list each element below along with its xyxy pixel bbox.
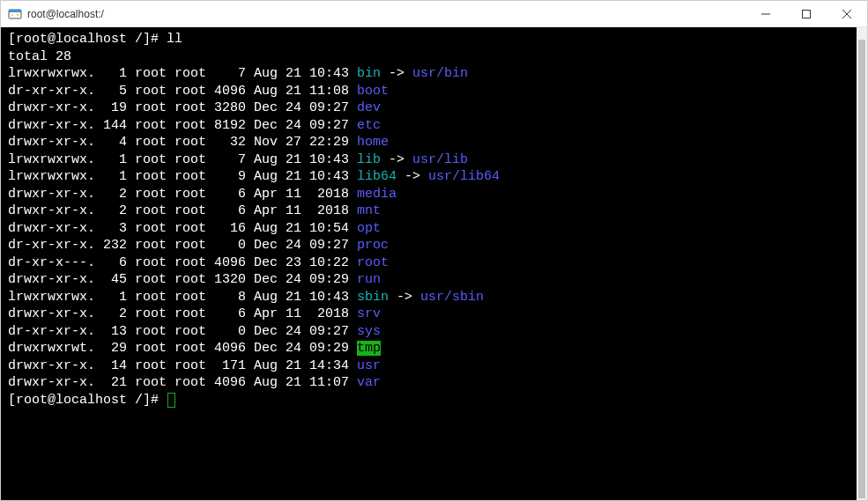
link-target: usr/lib64: [428, 169, 500, 184]
file-name: sbin: [357, 290, 389, 305]
file-name: tmp: [357, 341, 381, 356]
listing-row: drwxr-xr-x. 21 root root 4096 Aug 21 11:…: [8, 374, 860, 392]
listing-row: dr-xr-x---. 6 root root 4096 Dec 23 10:2…: [8, 254, 860, 272]
svg-rect-5: [803, 10, 811, 18]
listing-row: lrwxrwxrwx. 1 root root 7 Aug 21 10:43 l…: [8, 151, 860, 169]
svg-point-2: [11, 14, 13, 16]
file-name: lib: [357, 152, 381, 167]
prompt-line: [root@localhost /]# ll: [8, 31, 860, 48]
window-title: root@localhost:/: [27, 8, 746, 20]
file-name: sys: [357, 324, 381, 339]
file-name: etc: [357, 118, 381, 133]
file-name: lib64: [357, 169, 397, 184]
listing-row: drwxr-xr-x. 4 root root 32 Nov 27 22:29 …: [8, 134, 860, 151]
listing-row: dr-xr-xr-x. 232 root root 0 Dec 24 09:27…: [8, 237, 860, 254]
file-name: mnt: [357, 203, 381, 218]
file-name: dev: [357, 100, 381, 115]
scrollbar-thumb[interactable]: [858, 40, 865, 498]
listing-row: drwxr-xr-x. 3 root root 16 Aug 21 10:54 …: [8, 220, 860, 238]
listing-row: drwxr-xr-x. 19 root root 3280 Dec 24 09:…: [8, 99, 860, 117]
file-name: run: [357, 272, 381, 287]
listing-row: drwxr-xr-x. 45 root root 1320 Dec 24 09:…: [8, 271, 860, 289]
listing-row: drwxr-xr-x. 2 root root 6 Apr 11 2018 mn…: [8, 203, 860, 220]
file-name: var: [357, 375, 381, 390]
link-target: usr/lib: [412, 152, 468, 167]
file-name: boot: [357, 84, 389, 99]
close-button[interactable]: [827, 1, 867, 26]
file-name: proc: [357, 238, 389, 253]
link-target: usr/sbin: [420, 290, 484, 305]
listing-row: dr-xr-xr-x. 13 root root 0 Dec 24 09:27 …: [8, 323, 860, 341]
svg-rect-1: [9, 10, 21, 12]
cursor: [167, 393, 175, 408]
file-name: home: [357, 135, 389, 150]
listing-row: lrwxrwxrwx. 1 root root 7 Aug 21 10:43 b…: [8, 65, 860, 83]
listing-row: lrwxrwxrwx. 1 root root 9 Aug 21 10:43 l…: [8, 168, 860, 186]
listing-row: drwxr-xr-x. 2 root root 6 Apr 11 2018 me…: [8, 186, 860, 203]
terminal-area[interactable]: [root@localhost /]# lltotal 28lrwxrwxrwx…: [1, 27, 867, 500]
file-name: srv: [357, 306, 381, 321]
file-name: usr: [357, 358, 381, 373]
app-icon: [8, 7, 22, 21]
total-line: total 28: [8, 48, 860, 66]
listing-row: drwxrwxrwt. 29 root root 4096 Dec 24 09:…: [8, 340, 860, 357]
file-name: root: [357, 255, 389, 270]
maximize-button[interactable]: [786, 1, 827, 26]
listing-row: drwxr-xr-x. 144 root root 8192 Dec 24 09…: [8, 117, 860, 135]
window-controls: [746, 1, 867, 26]
window-titlebar[interactable]: root@localhost:/: [1, 1, 867, 27]
file-name: bin: [357, 66, 381, 81]
link-target: usr/bin: [412, 66, 468, 81]
file-name: opt: [357, 221, 381, 236]
prompt-line-empty: [root@localhost /]#: [8, 392, 860, 409]
listing-row: dr-xr-xr-x. 5 root root 4096 Aug 21 11:0…: [8, 83, 860, 100]
file-name: media: [357, 187, 397, 202]
listing-row: drwxr-xr-x. 14 root root 171 Aug 21 14:3…: [8, 357, 860, 375]
terminal-scrollbar[interactable]: [857, 27, 867, 500]
listing-row: drwxr-xr-x. 2 root root 6 Apr 11 2018 sr…: [8, 306, 860, 323]
minimize-button[interactable]: [746, 1, 786, 26]
svg-point-3: [17, 14, 19, 16]
listing-row: lrwxrwxrwx. 1 root root 8 Aug 21 10:43 s…: [8, 289, 860, 306]
